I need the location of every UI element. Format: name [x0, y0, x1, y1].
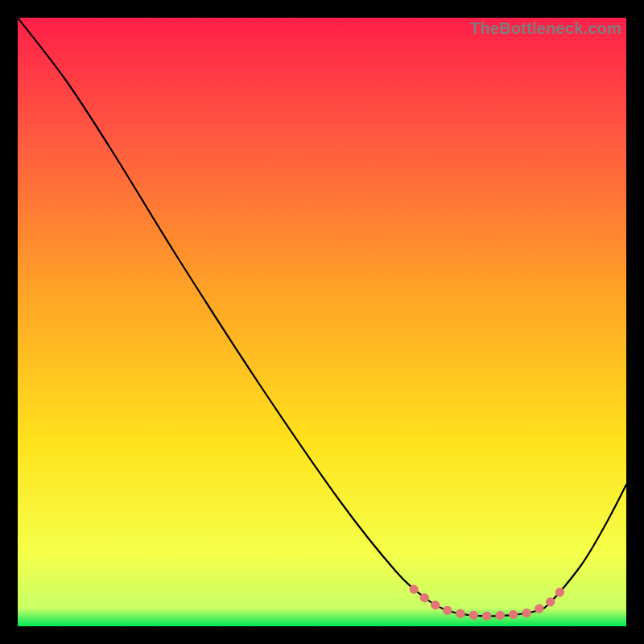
gradient-background [18, 18, 626, 626]
watermark-text: TheBottleneck.com [470, 19, 621, 38]
chart-frame: TheBottleneck.com [18, 18, 626, 626]
bottleneck-chart [18, 18, 626, 626]
